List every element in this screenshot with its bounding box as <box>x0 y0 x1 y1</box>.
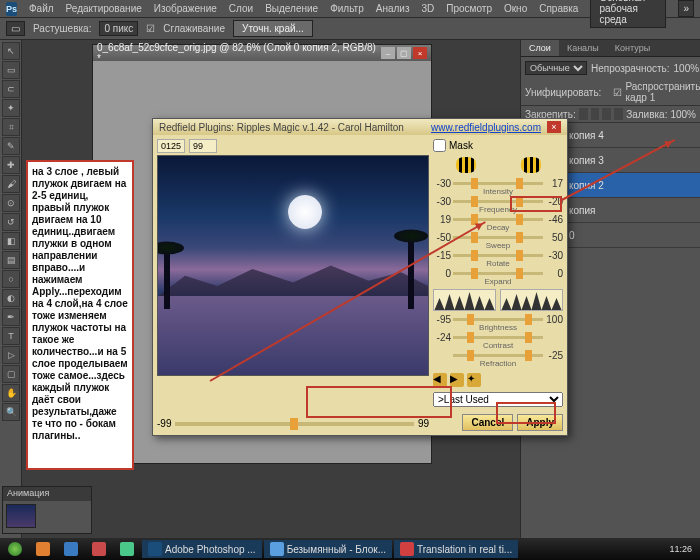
slider-brightness[interactable] <box>453 318 543 321</box>
feather-input[interactable]: 0 пикс <box>99 21 138 36</box>
blur-tool-icon[interactable]: ○ <box>2 270 20 288</box>
lock-pos-icon[interactable] <box>602 108 611 120</box>
type-tool-icon[interactable]: T <box>2 327 20 345</box>
workspace-button[interactable]: Основная рабочая среда <box>590 0 666 28</box>
lock-all-icon[interactable] <box>614 108 623 120</box>
random-preset-icon[interactable]: ✦ <box>467 373 481 387</box>
cancel-button[interactable]: Cancel <box>462 414 513 431</box>
menu-image[interactable]: Изображение <box>154 3 217 14</box>
frame-thumb[interactable] <box>6 504 36 528</box>
tab-paths[interactable]: Контуры <box>607 40 658 56</box>
preset-bee-icon[interactable] <box>521 157 541 173</box>
zoom-tool-icon[interactable]: 🔍 <box>2 403 20 421</box>
slider-refraction[interactable] <box>453 354 543 357</box>
antialias-checkbox[interactable]: ☑ <box>146 23 155 34</box>
eyedrop-tool-icon[interactable]: ✎ <box>2 137 20 155</box>
opacity-value[interactable]: 100% <box>674 63 700 74</box>
slider-rotate[interactable] <box>453 254 543 257</box>
waveform-left[interactable] <box>433 289 496 311</box>
refine-edge-button[interactable]: Уточн. край... <box>233 20 313 37</box>
note-text: на 3 слое , левый плужок двигаем на 2-5 … <box>32 166 128 442</box>
apply-button[interactable]: Apply <box>517 414 563 431</box>
taskbar-app[interactable]: Безымянный - Блок... <box>264 540 392 558</box>
preset-select[interactable]: >Last Used <box>433 392 563 407</box>
quicklaunch-icon[interactable] <box>86 540 112 558</box>
menu-window[interactable]: Окно <box>504 3 527 14</box>
preview-num-a[interactable]: 0125 <box>157 139 185 153</box>
quicklaunch-icon[interactable] <box>114 540 140 558</box>
wand-tool-icon[interactable]: ✦ <box>2 99 20 117</box>
start-button[interactable] <box>2 540 28 558</box>
gradient-tool-icon[interactable]: ▤ <box>2 251 20 269</box>
tab-channels[interactable]: Каналы <box>559 40 607 56</box>
menu-file[interactable]: Файл <box>29 3 54 14</box>
brush-tool-icon[interactable]: 🖌 <box>2 175 20 193</box>
menu-view[interactable]: Просмотр <box>446 3 492 14</box>
stamp-tool-icon[interactable]: ⊙ <box>2 194 20 212</box>
slider-decay[interactable] <box>453 218 543 221</box>
workspace-more-icon[interactable]: » <box>678 0 694 17</box>
slider-frequency[interactable] <box>453 200 543 203</box>
preview-image[interactable] <box>157 155 429 376</box>
slider-left-val: -30 <box>433 196 451 207</box>
heal-tool-icon[interactable]: ✚ <box>2 156 20 174</box>
slider-intensity[interactable] <box>453 182 543 185</box>
layer-name: копия 3 <box>569 155 604 166</box>
history-tool-icon[interactable]: ↺ <box>2 213 20 231</box>
mask-checkbox[interactable] <box>433 139 446 152</box>
plugin-link[interactable]: www.redfieldplugins.com <box>431 122 541 133</box>
win-min-icon[interactable]: – <box>381 47 395 59</box>
propagate-check[interactable]: ☑ <box>613 87 622 98</box>
plugin-close-icon[interactable]: × <box>547 121 561 133</box>
marquee-tool-icon[interactable]: ▭ <box>2 61 20 79</box>
slider-left-val: 19 <box>433 214 451 225</box>
shape-tool-icon[interactable]: ▢ <box>2 365 20 383</box>
preview-num-b[interactable]: 99 <box>189 139 217 153</box>
ps-logo: Ps <box>6 2 17 16</box>
tab-layers[interactable]: Слои <box>521 40 559 56</box>
slider-sweep[interactable] <box>453 236 543 239</box>
menu-edit[interactable]: Редактирование <box>66 3 142 14</box>
zoom-slider[interactable] <box>175 422 413 426</box>
win-max-icon[interactable]: ▢ <box>397 47 411 59</box>
crop-tool-icon[interactable]: ⌗ <box>2 118 20 136</box>
taskbar-app[interactable]: Adobe Photoshop ... <box>142 540 262 558</box>
animation-panel: Анимация <box>2 486 92 534</box>
next-preset-icon[interactable]: ▶ <box>450 373 464 387</box>
blend-mode-select[interactable]: Обычные <box>525 61 587 75</box>
slider-expand[interactable] <box>453 272 543 275</box>
waveform-right[interactable] <box>500 289 563 311</box>
slider-label: Contrast <box>433 341 563 350</box>
slider-right-val: 17 <box>545 178 563 189</box>
slider-right-val: -30 <box>545 250 563 261</box>
layer-name: копия 2 <box>569 180 604 191</box>
slider-label: Refraction <box>433 359 563 368</box>
lock-pixel-icon[interactable] <box>591 108 600 120</box>
hand-tool-icon[interactable]: ✋ <box>2 384 20 402</box>
quicklaunch-icon[interactable] <box>30 540 56 558</box>
plugin-title: Redfield Plugins: Ripples Magic v.1.42 -… <box>159 122 404 133</box>
move-tool-icon[interactable]: ↖ <box>2 42 20 60</box>
menu-analysis[interactable]: Анализ <box>376 3 410 14</box>
fill-value[interactable]: 100% <box>670 109 696 120</box>
slider-contrast[interactable] <box>453 336 543 339</box>
menu-layers[interactable]: Слои <box>229 3 253 14</box>
propagate-label: Распространить кадр 1 <box>625 81 700 103</box>
preset-bee-icon[interactable] <box>456 157 476 173</box>
eraser-tool-icon[interactable]: ◧ <box>2 232 20 250</box>
win-close-icon[interactable]: × <box>413 47 427 59</box>
dodge-tool-icon[interactable]: ◐ <box>2 289 20 307</box>
clock[interactable]: 11:26 <box>663 544 698 554</box>
menu-3d[interactable]: 3D <box>421 3 434 14</box>
quicklaunch-icon[interactable] <box>58 540 84 558</box>
tool-preset-icon[interactable]: ▭ <box>6 21 25 36</box>
lasso-tool-icon[interactable]: ⊂ <box>2 80 20 98</box>
lock-trans-icon[interactable] <box>579 108 588 120</box>
path-tool-icon[interactable]: ▷ <box>2 346 20 364</box>
menu-select[interactable]: Выделение <box>265 3 318 14</box>
menu-help[interactable]: Справка <box>539 3 578 14</box>
menu-filter[interactable]: Фильтр <box>330 3 364 14</box>
pen-tool-icon[interactable]: ✒ <box>2 308 20 326</box>
taskbar-app[interactable]: Translation in real ti... <box>394 540 518 558</box>
prev-preset-icon[interactable]: ◀ <box>433 373 447 387</box>
